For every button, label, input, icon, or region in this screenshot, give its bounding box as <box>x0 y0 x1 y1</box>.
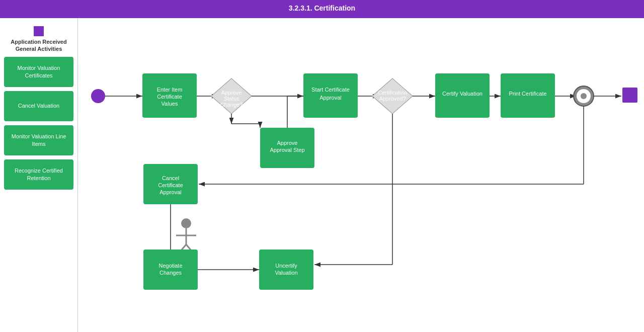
svg-text:Certify Valuation: Certify Valuation <box>442 91 482 97</box>
svg-text:Certificate: Certificate <box>571 65 596 71</box>
svg-text:Approval: Approval <box>159 189 181 195</box>
svg-text:No: No <box>412 117 419 123</box>
svg-text:No: No <box>270 90 277 96</box>
svg-text:Certificate: Certificate <box>617 106 642 112</box>
sidebar-item-recognize-cert[interactable]: Recognize Certified Retention <box>4 159 73 190</box>
diagram-area: Enter Item Certificate Values Approve St… <box>78 18 644 332</box>
start-event <box>91 89 105 103</box>
svg-text:Certificate: Certificate <box>158 182 183 188</box>
manual-person-head <box>181 218 191 228</box>
svg-text:Created: Created <box>620 112 639 118</box>
svg-text:Uncertify: Uncertify <box>275 263 297 269</box>
svg-text:Certificate: Certificate <box>157 94 182 100</box>
svg-text:Certification: Certification <box>378 90 407 96</box>
svg-text:Start Certificate: Start Certificate <box>311 87 350 93</box>
svg-text:Cancel: Cancel <box>162 175 179 181</box>
header: 3.2.3.1. Certification <box>0 0 644 18</box>
svg-text:Approval: Approval <box>319 95 341 101</box>
sidebar-item-monitor-val-cert[interactable]: Monitor Valuation Certificates <box>4 57 73 87</box>
svg-text:Approval Step: Approval Step <box>270 147 304 153</box>
svg-text:Values: Values <box>162 101 178 107</box>
svg-text:Yes: Yes <box>611 90 620 96</box>
header-title: 3.2.3.1. Certification <box>289 4 355 12</box>
svg-text:Approved by: Approved by <box>568 71 599 77</box>
svg-text:Changes: Changes <box>159 270 182 276</box>
svg-text:Approve: Approve <box>277 140 298 146</box>
sidebar: Application Received General Activities … <box>0 18 78 332</box>
svg-text:Change?: Change? <box>220 102 243 108</box>
cert-created-box <box>622 88 637 103</box>
svg-text:Print Certificate: Print Certificate <box>509 91 546 97</box>
svg-text:Supplier?: Supplier? <box>572 77 595 84</box>
sidebar-header: Application Received General Activities <box>4 22 73 57</box>
supplier-approval-dot <box>581 93 587 99</box>
svg-text:Valuation: Valuation <box>275 270 297 276</box>
svg-text:Yes: Yes <box>426 90 435 96</box>
sidebar-item-monitor-val-line[interactable]: Monitor Valuation Line Items <box>4 125 73 155</box>
svg-text:Yes: Yes <box>251 117 260 123</box>
svg-text:Enter Item: Enter Item <box>157 87 183 93</box>
svg-text:No: No <box>557 117 565 123</box>
sidebar-item-cancel-valuation[interactable]: Cancel Valuation <box>4 91 73 121</box>
svg-text:Approve: Approve <box>221 90 242 96</box>
svg-text:Status: Status <box>223 96 239 102</box>
svg-text:Approved?: Approved? <box>379 96 406 102</box>
svg-text:Negotiate: Negotiate <box>158 263 182 269</box>
